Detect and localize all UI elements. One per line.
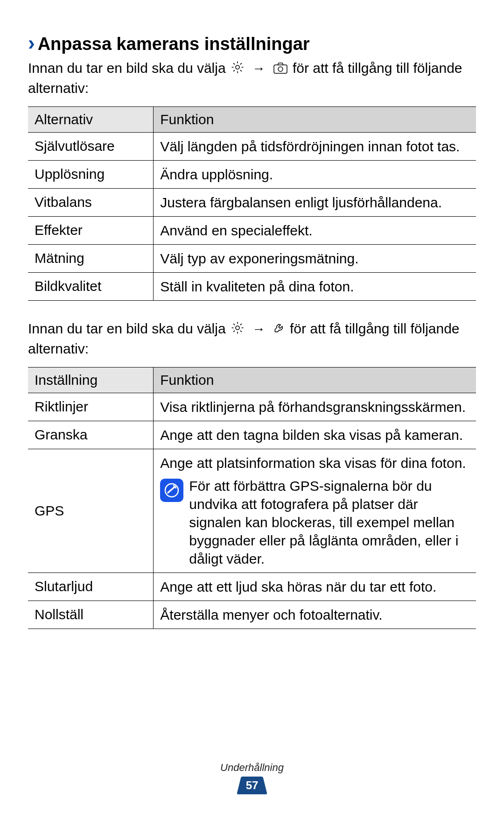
option-desc: Ändra upplösning. <box>154 160 476 188</box>
table-row: Nollställ Återställa menyer och fotoalte… <box>28 601 476 629</box>
option-desc: Ange att ett ljud ska höras när du tar e… <box>154 573 476 601</box>
option-desc: Använd en specialeffekt. <box>154 216 476 244</box>
option-name: Självutlösare <box>28 132 154 160</box>
page: › Anpassa kamerans inställningar Innan d… <box>0 0 504 827</box>
option-name: Vitbalans <box>28 188 154 216</box>
intro-paragraph-2: Innan du tar en bild ska du välja → för … <box>28 319 476 359</box>
intro2-text-a: Innan du tar en bild ska du välja <box>28 321 230 336</box>
option-name: Upplösning <box>28 160 154 188</box>
option-name: Slutarljud <box>28 573 154 601</box>
options-table-1: Alternativ Funktion Självutlösare Välj l… <box>28 106 476 301</box>
svg-point-0 <box>236 65 239 69</box>
table-header-col1: Alternativ <box>28 106 154 132</box>
table-row: Riktlinjer Visa riktlinjerna på förhands… <box>28 393 476 421</box>
table-row: Mätning Välj typ av exponeringsmätning. <box>28 244 476 272</box>
option-desc: Visa riktlinjerna på förhandsgransknings… <box>154 393 476 421</box>
note-block: För att förbättra GPS-signalerna bör du … <box>160 477 469 568</box>
table-row: Effekter Använd en specialeffekt. <box>28 216 476 244</box>
settings-gear-icon <box>231 321 245 340</box>
footer-section-name: Underhållning <box>0 762 504 774</box>
option-name: Riktlinjer <box>28 393 154 421</box>
table-row: Slutarljud Ange att ett ljud ska höras n… <box>28 573 476 601</box>
option-name: Effekter <box>28 216 154 244</box>
heading-text: Anpassa kamerans inställningar <box>38 34 310 55</box>
intro-paragraph-1: Innan du tar en bild ska du välja → för … <box>28 59 476 98</box>
option-desc-gps: Ange att platsinformation ska visas för … <box>154 449 476 573</box>
options-table-2: Inställning Funktion Riktlinjer Visa rik… <box>28 367 476 629</box>
intro1-text-a: Innan du tar en bild ska du välja <box>28 60 230 76</box>
arrow-icon: → <box>252 60 265 78</box>
note-text: För att förbättra GPS-signalerna bör du … <box>189 477 469 568</box>
table-row: Vitbalans Justera färgbalansen enligt lj… <box>28 188 476 216</box>
table-header-row: Inställning Funktion <box>28 367 476 393</box>
page-footer: Underhållning 57 <box>0 762 504 794</box>
table-row: Granska Ange att den tagna bilden ska vi… <box>28 421 476 449</box>
table-header-col2: Funktion <box>154 367 476 393</box>
option-desc: Ställ in kvaliteten på dina foton. <box>154 272 476 300</box>
table-row: Bildkvalitet Ställ in kvaliteten på dina… <box>28 272 476 300</box>
settings-gear-icon <box>231 60 245 79</box>
option-desc: Justera färgbalansen enligt ljusförhålla… <box>154 188 476 216</box>
option-name: Bildkvalitet <box>28 272 154 300</box>
table-row: GPS Ange att platsinformation ska visas … <box>28 449 476 573</box>
svg-rect-1 <box>274 65 287 73</box>
camera-icon <box>273 60 288 79</box>
option-desc: Välj längden på tidsfördröjningen innan … <box>154 132 476 160</box>
option-name: Granska <box>28 421 154 449</box>
page-number: 57 <box>246 779 259 792</box>
chevron-icon: › <box>28 33 35 53</box>
table-row: Upplösning Ändra upplösning. <box>28 160 476 188</box>
arrow-icon: → <box>252 320 265 338</box>
option-desc: Ange att den tagna bilden ska visas på k… <box>154 421 476 449</box>
option-name: GPS <box>28 449 154 573</box>
svg-point-3 <box>236 326 239 330</box>
option-name: Mätning <box>28 244 154 272</box>
note-icon <box>160 479 183 502</box>
option-desc: Återställa menyer och fotoalternativ. <box>154 601 476 629</box>
option-name: Nollställ <box>28 601 154 629</box>
table-header-row: Alternativ Funktion <box>28 106 476 132</box>
table-row: Självutlösare Välj längden på tidsfördrö… <box>28 132 476 160</box>
wrench-icon <box>273 321 285 340</box>
svg-point-2 <box>278 67 283 71</box>
section-heading: › Anpassa kamerans inställningar <box>28 33 476 55</box>
option-desc: Välj typ av exponeringsmätning. <box>154 244 476 272</box>
table-header-col1: Inställning <box>28 367 154 393</box>
page-number-badge: 57 <box>242 777 262 794</box>
table-header-col2: Funktion <box>154 106 476 132</box>
gps-desc-text: Ange att platsinformation ska visas för … <box>160 454 469 472</box>
